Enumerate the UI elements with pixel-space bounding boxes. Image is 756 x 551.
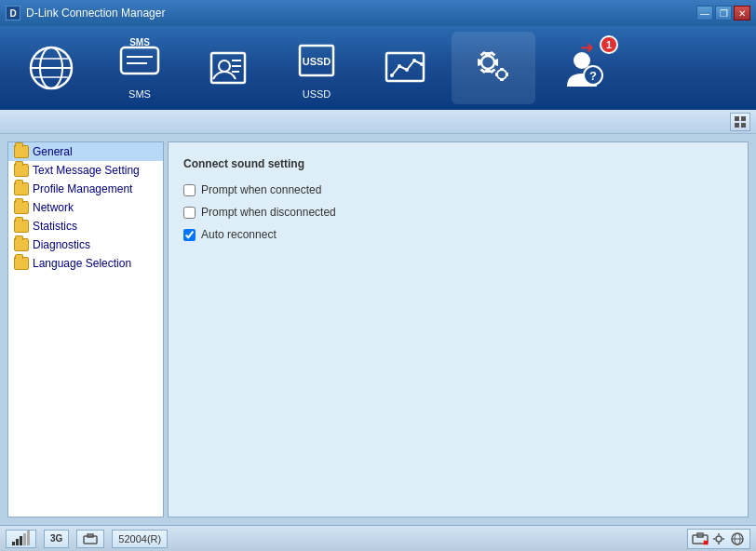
folder-icon bbox=[14, 238, 29, 251]
title-bar-controls: — ❐ ✕ bbox=[696, 6, 750, 20]
sidebar-item-text-message-setting[interactable]: Text Message Setting bbox=[8, 161, 163, 180]
sidebar-item-network[interactable]: Network bbox=[8, 198, 163, 217]
folder-icon bbox=[14, 257, 29, 270]
sidebar-label-network: Network bbox=[33, 201, 74, 214]
signal-bar-5 bbox=[27, 531, 30, 545]
main-toolbar: SMS SMS USSD USSD bbox=[0, 26, 756, 110]
auto-reconnect-checkbox[interactable] bbox=[183, 229, 196, 241]
prompt-connected-checkbox[interactable] bbox=[183, 184, 196, 196]
svg-rect-27 bbox=[735, 116, 739, 121]
sidebar-item-statistics[interactable]: Statistics bbox=[8, 217, 163, 235]
status-bar: 3G 52004(R) bbox=[0, 525, 756, 551]
toolbar-internet-button[interactable] bbox=[9, 32, 93, 104]
svg-point-21 bbox=[420, 62, 424, 66]
svg-text:?: ? bbox=[589, 69, 597, 83]
contacts-icon bbox=[204, 44, 252, 92]
svg-rect-9 bbox=[211, 53, 245, 83]
connection-status-section bbox=[76, 530, 104, 548]
sms-label: SMS bbox=[128, 88, 151, 100]
auto-reconnect-label[interactable]: Auto reconnect bbox=[201, 228, 277, 241]
app-icon: D bbox=[6, 6, 20, 20]
sidebar-label-statistics: Statistics bbox=[33, 220, 77, 233]
signal-bar-4 bbox=[23, 533, 26, 545]
status-icons bbox=[687, 529, 750, 549]
signal-bar-2 bbox=[16, 539, 19, 545]
network-disconnect-icon bbox=[692, 532, 709, 545]
signal-section bbox=[6, 530, 36, 548]
folder-icon bbox=[14, 201, 29, 214]
layout-button[interactable] bbox=[730, 113, 750, 131]
prompt-connected-label[interactable]: Prompt when connected bbox=[201, 183, 321, 196]
signal-bar-1 bbox=[12, 542, 15, 545]
gear-icon bbox=[469, 44, 518, 92]
sidebar-label-text-message-setting: Text Message Setting bbox=[33, 164, 140, 177]
arrow-icon: ➜ bbox=[580, 37, 594, 58]
svg-rect-30 bbox=[741, 123, 746, 128]
signal-bars-icon bbox=[12, 532, 30, 545]
content-panel: Connect sound setting Prompt when connec… bbox=[168, 141, 749, 517]
toolbar-help-button[interactable]: ➜ 1 ? bbox=[540, 32, 624, 104]
sidebar-item-language-selection[interactable]: Language Selection bbox=[8, 254, 163, 273]
sms-icon: SMS bbox=[115, 36, 164, 85]
sidebar-label-language-selection: Language Selection bbox=[33, 257, 131, 270]
prompt-disconnected-checkbox[interactable] bbox=[183, 207, 196, 219]
folder-icon bbox=[14, 220, 29, 233]
status-settings-icon bbox=[711, 532, 726, 545]
device-id-label: 52004(R) bbox=[118, 533, 161, 544]
sidebar: General Text Message Setting Profile Man… bbox=[7, 141, 164, 517]
folder-icon bbox=[14, 164, 29, 177]
toolbar-settings-button[interactable] bbox=[452, 32, 535, 104]
title-bar: D D-Link Connection Manager — ❐ ✕ bbox=[0, 0, 756, 26]
close-button[interactable]: ✕ bbox=[734, 6, 750, 20]
network-type-section: 3G bbox=[44, 530, 69, 548]
minimize-button[interactable]: — bbox=[696, 6, 713, 20]
toolbar-contacts-button[interactable] bbox=[186, 32, 270, 104]
main-content: General Text Message Setting Profile Man… bbox=[0, 134, 756, 525]
svg-point-20 bbox=[412, 59, 416, 62]
prompt-disconnected-label[interactable]: Prompt when disconnected bbox=[201, 206, 336, 219]
svg-point-19 bbox=[405, 68, 409, 72]
prompt-disconnected-row: Prompt when disconnected bbox=[183, 206, 733, 219]
svg-rect-29 bbox=[735, 123, 739, 128]
notification-badge: 1 bbox=[600, 35, 618, 54]
device-id-section: 52004(R) bbox=[112, 530, 168, 548]
chart-icon bbox=[381, 44, 429, 92]
connection-icon bbox=[83, 532, 98, 545]
svg-point-18 bbox=[398, 64, 401, 68]
sidebar-item-diagnostics[interactable]: Diagnostics bbox=[8, 235, 163, 254]
svg-point-17 bbox=[390, 74, 394, 77]
svg-rect-5 bbox=[121, 47, 158, 74]
restore-button[interactable]: ❐ bbox=[715, 6, 732, 20]
signal-bar-3 bbox=[20, 536, 22, 545]
app-title: D-Link Connection Manager bbox=[26, 7, 696, 20]
ussd-icon: USSD bbox=[292, 36, 341, 85]
sidebar-label-general: General bbox=[33, 145, 73, 158]
ussd-label: USSD bbox=[303, 88, 331, 100]
prompt-connected-row: Prompt when connected bbox=[183, 183, 733, 196]
sidebar-item-general[interactable]: General bbox=[8, 142, 163, 161]
svg-point-10 bbox=[219, 60, 230, 72]
svg-text:SMS: SMS bbox=[129, 37, 150, 47]
auto-reconnect-row: Auto reconnect bbox=[183, 228, 733, 241]
folder-icon bbox=[14, 182, 29, 195]
network-type-label: 3G bbox=[50, 533, 62, 544]
svg-rect-28 bbox=[741, 116, 746, 121]
svg-point-23 bbox=[497, 70, 506, 79]
status-globe-icon bbox=[729, 531, 746, 546]
sidebar-label-diagnostics: Diagnostics bbox=[33, 238, 90, 251]
section-title: Connect sound setting bbox=[183, 157, 733, 170]
sidebar-label-profile-management: Profile Management bbox=[33, 182, 132, 195]
svg-text:USSD: USSD bbox=[303, 56, 331, 67]
sidebar-item-profile-management[interactable]: Profile Management bbox=[8, 180, 163, 198]
svg-point-37 bbox=[716, 536, 722, 542]
toolbar-statistics-button[interactable] bbox=[363, 32, 447, 104]
globe-icon bbox=[27, 44, 75, 92]
toolbar-ussd-button[interactable]: USSD USSD bbox=[275, 32, 358, 104]
toolbar-sms-button[interactable]: SMS SMS bbox=[98, 32, 182, 104]
secondary-toolbar bbox=[0, 110, 756, 134]
folder-icon bbox=[14, 145, 29, 158]
svg-point-22 bbox=[481, 56, 494, 69]
